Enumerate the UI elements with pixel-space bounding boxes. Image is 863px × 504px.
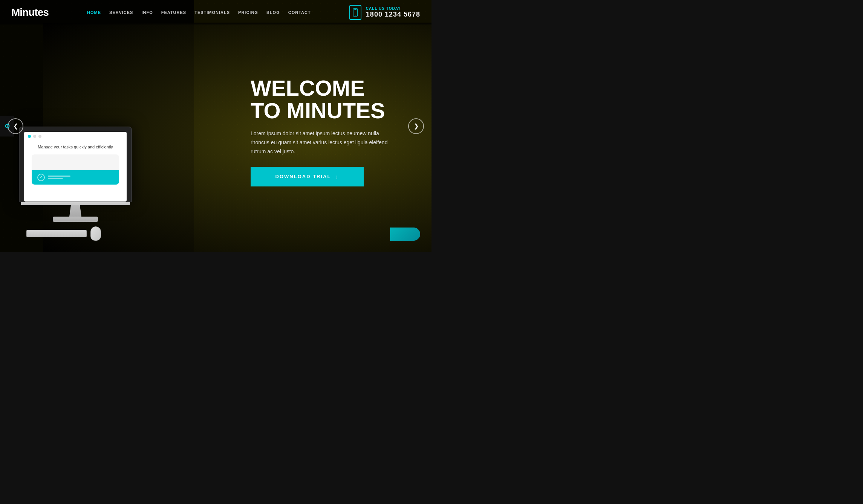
next-arrow-button[interactable]: ❯ [408,118,424,134]
svg-point-1 [355,15,356,15]
prev-arrow-button[interactable]: ❮ [8,118,23,134]
dot-1 [28,135,31,138]
screen-text: Manage your tasks quickly and efficientl… [24,141,127,152]
nav-item-testimonials[interactable]: TESTIMONIALS [194,10,230,15]
monitor-graphic: Manage your tasks quickly and efficientl… [19,127,143,241]
hero-title-line1: WELCOME [251,75,365,100]
nav-item-blog[interactable]: BLOG [266,10,280,15]
download-button-label: DOWNLOAD TRIAL [275,174,331,179]
nav-item-info[interactable]: INFO [141,10,153,15]
phone-section: CALL US TODAY 1800 1234 5678 [349,5,420,20]
next-arrow-icon: ❯ [414,122,419,130]
screen-dots [24,132,127,141]
keyboard-mouse [19,226,143,241]
check-circle: ✓ [37,174,45,181]
dot-3 [38,135,41,138]
header: Minutes HOME SERVICES INFO FEATURES TEST… [0,0,432,24]
dot-2 [33,135,36,138]
prev-arrow-icon: ❮ [13,122,18,130]
monitor-base [53,217,98,222]
download-icon: ↓ [335,174,339,180]
card-line-short [48,178,63,179]
sneaker-decoration [390,228,420,241]
card-line-long [48,176,70,177]
phone-info: CALL US TODAY 1800 1234 5678 [366,6,420,18]
hero-title: WELCOME TO MINUTES [251,76,394,122]
screen-card-inner: ✓ [32,170,119,185]
nav-item-home[interactable]: HOME [87,10,101,15]
keyboard [26,230,87,237]
screen-card: ✓ [32,154,119,185]
nav-item-features[interactable]: FEATURES [161,10,186,15]
phone-number: 1800 1234 5678 [366,11,420,18]
monitor-neck [68,205,83,217]
hero-content: WELCOME TO MINUTES Lorem ipsum dolor sit… [251,76,394,186]
nav-item-contact[interactable]: CONTACT [288,10,311,15]
monitor-chin [21,202,130,205]
call-label: CALL US TODAY [366,6,420,11]
phone-icon [349,5,361,20]
hero-section: Minutes HOME SERVICES INFO FEATURES TEST… [0,0,432,252]
hero-title-line2: TO MINUTES [251,98,385,123]
download-trial-button[interactable]: DOWNLOAD TRIAL ↓ [251,167,364,186]
navigation: HOME SERVICES INFO FEATURES TESTIMONIALS… [87,10,311,15]
logo[interactable]: Minutes [11,6,49,18]
monitor-screen-inner: Manage your tasks quickly and efficientl… [24,132,127,202]
monitor: Manage your tasks quickly and efficientl… [19,127,132,222]
nav-item-pricing[interactable]: PRICING [238,10,258,15]
nav-item-services[interactable]: SERVICES [109,10,133,15]
card-lines [48,176,70,179]
hero-description: Lorem ipsum dolor sit amet ipsum lectus … [251,129,394,156]
mouse [90,226,101,241]
monitor-screen-outer: Manage your tasks quickly and efficientl… [19,127,132,202]
